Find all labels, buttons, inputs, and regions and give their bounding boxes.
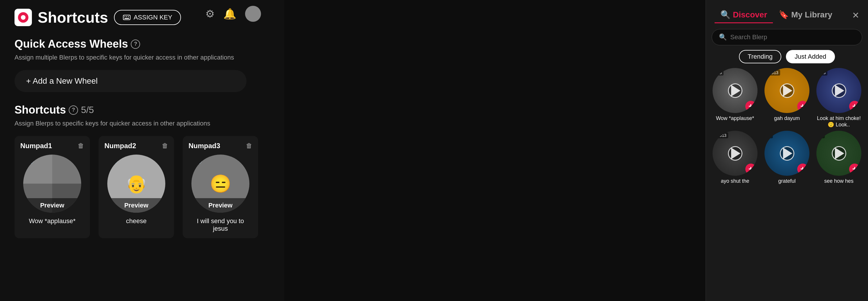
card-header-0: Numpad1 🗑 (20, 142, 84, 150)
blerp-rating-4: G (766, 133, 773, 138)
card-name-1: cheese (104, 217, 168, 225)
blerp-rating-3: PG13 (714, 133, 728, 138)
add-wheel-button[interactable]: + Add a New Wheel (14, 70, 247, 92)
blerp-add-2[interactable]: + (849, 101, 860, 112)
blerp-bookmark-0[interactable]: 🔖 (750, 69, 757, 75)
blerp-add-1[interactable]: + (797, 101, 808, 112)
blerp-thumb-1[interactable]: PG13 🔖 + (765, 68, 809, 113)
shortcuts-subtitle: Assign Blerps to specific keys for quick… (14, 120, 270, 127)
card-header-2: Numpad3 🗑 (188, 142, 252, 150)
shortcut-card-2: Numpad3 🗑 😑 🔊 Preview I will send you to… (183, 136, 258, 238)
filter-trending[interactable]: Trending (739, 50, 781, 63)
tabs-container: 🔍 Discover 🔖 My Library (715, 7, 838, 23)
play-icon-3 (731, 147, 740, 159)
bell-icon[interactable]: 🔔 (223, 8, 236, 20)
blerp-rating-2: PG (818, 70, 828, 76)
tab-library-label: My Library (791, 10, 832, 20)
blerp-name-3: ayo shut the (721, 178, 749, 184)
card-header-1: Numpad2 🗑 (104, 142, 168, 150)
app-title: Shortcuts (38, 9, 108, 26)
blerp-bookmark-4[interactable]: 🔖 (802, 131, 809, 138)
svg-rect-7 (124, 18, 129, 19)
card-preview-1[interactable]: 👴 🔊 Preview (107, 155, 165, 213)
card-name-2: I will send you to jesus (188, 217, 252, 232)
blerp-name-4: grateful (778, 178, 796, 184)
play-icon-1 (783, 85, 792, 97)
blerp-play-5[interactable] (832, 146, 846, 161)
header-icons-area: ⚙ 🔔 (205, 6, 261, 22)
play-icon-2 (835, 85, 844, 97)
shortcut-cards-list: Numpad1 🗑 🔊 Preview Wow *applause* (14, 136, 270, 238)
filter-just-added[interactable]: Just Added (786, 50, 835, 63)
settings-icon[interactable]: ⚙ (205, 8, 215, 20)
right-panel: 🔍 Discover 🔖 My Library ✕ 🔍 Trending Jus… (706, 0, 868, 301)
blerp-add-5[interactable]: + (849, 164, 860, 174)
blerp-item-0: PG 🔖 + Wow *applause* (711, 68, 760, 128)
blerp-play-2[interactable] (832, 83, 846, 98)
volume-icon-0: 🔊 (27, 158, 34, 165)
play-icon-4 (783, 147, 792, 159)
discover-icon: 🔍 (720, 10, 731, 20)
blerp-rating-1: PG13 (766, 70, 780, 76)
search-input[interactable] (730, 33, 855, 41)
add-wheel-label: + Add a New Wheel (26, 76, 98, 86)
shortcuts-help-icon[interactable]: ? (69, 106, 78, 115)
blerp-thumb-4[interactable]: G 🔖 + (765, 131, 809, 176)
shortcuts-title: Shortcuts ? 5/5 (14, 104, 270, 116)
close-panel-button[interactable]: ✕ (852, 10, 859, 20)
tab-discover[interactable]: 🔍 Discover (715, 7, 773, 23)
play-icon-0 (731, 85, 740, 97)
delete-card-2[interactable]: 🗑 (246, 142, 252, 149)
card-preview-label-0[interactable]: Preview (23, 198, 81, 213)
blerp-thumb-3[interactable]: PG13 🔖 + (713, 131, 757, 176)
blerp-add-4[interactable]: + (797, 164, 808, 174)
play-icon-5 (835, 147, 844, 159)
search-icon: 🔍 (719, 33, 727, 41)
card-preview-0[interactable]: 🔊 Preview (23, 155, 81, 213)
blerp-grid: PG 🔖 + Wow *applause* PG13 🔖 + gah dayum (706, 68, 868, 184)
delete-card-1[interactable]: 🗑 (162, 142, 168, 149)
assign-key-button[interactable]: ASSIGN KEY (114, 10, 181, 25)
blerp-play-0[interactable] (728, 83, 742, 98)
app-logo (14, 9, 32, 26)
blerp-item-1: PG13 🔖 + gah dayum (763, 68, 811, 128)
blerp-play-1[interactable] (780, 83, 794, 98)
right-panel-header: 🔍 Discover 🔖 My Library ✕ (706, 0, 868, 23)
blerp-bookmark-1[interactable]: 🔖 (802, 69, 809, 75)
blerp-play-4[interactable] (780, 146, 794, 161)
svg-rect-6 (128, 16, 129, 17)
user-avatar[interactable] (245, 6, 261, 22)
blerp-name-5: see how hes (824, 178, 854, 184)
tab-my-library[interactable]: 🔖 My Library (773, 7, 838, 23)
blerp-add-3[interactable]: + (745, 164, 756, 174)
assign-key-label: ASSIGN KEY (134, 13, 172, 21)
blerp-thumb-5[interactable]: G 🔖 + (816, 131, 861, 176)
blerp-thumb-2[interactable]: PG 🔖 + (816, 68, 861, 113)
blerp-rating-0: PG (714, 70, 723, 76)
blerp-bookmark-2[interactable]: 🔖 (855, 69, 861, 75)
filter-row: Trending Just Added (706, 50, 868, 68)
quick-access-help-icon[interactable]: ? (131, 39, 140, 49)
shortcut-card-0: Numpad1 🗑 🔊 Preview Wow *applause* (14, 136, 90, 238)
blerp-thumb-0[interactable]: PG 🔖 + (713, 68, 757, 113)
delete-card-0[interactable]: 🗑 (78, 142, 84, 149)
search-bar[interactable]: 🔍 (712, 29, 862, 45)
blerp-item-5: G 🔖 + see how hes (814, 131, 863, 184)
card-preview-label-2[interactable]: Preview (191, 198, 249, 213)
blerp-item-2: PG 🔖 + Look at him choke! 🙂 Look.. (814, 68, 863, 128)
blerp-bookmark-3[interactable]: 🔖 (750, 131, 757, 138)
shortcuts-count: 5/5 (81, 105, 94, 115)
card-key-2: Numpad3 (188, 142, 220, 150)
svg-rect-4 (124, 16, 125, 17)
volume-icon-1: 🔊 (111, 158, 118, 165)
quick-access-subtitle: Assign multiple Blerps to specific keys … (14, 54, 270, 61)
card-preview-2[interactable]: 😑 🔊 Preview (191, 155, 249, 213)
blerp-play-3[interactable] (728, 146, 742, 161)
shortcuts-section: Shortcuts ? 5/5 Assign Blerps to specifi… (14, 104, 270, 238)
library-icon: 🔖 (779, 10, 789, 20)
card-preview-label-1[interactable]: Preview (107, 198, 165, 213)
blerp-add-0[interactable]: + (745, 101, 756, 112)
left-panel: Shortcuts ASSIGN KEY ⚙ 🔔 Quick Access Wh… (0, 0, 284, 301)
quick-access-title: Quick Access Wheels ? (14, 38, 270, 50)
blerp-bookmark-5[interactable]: 🔖 (855, 131, 861, 138)
